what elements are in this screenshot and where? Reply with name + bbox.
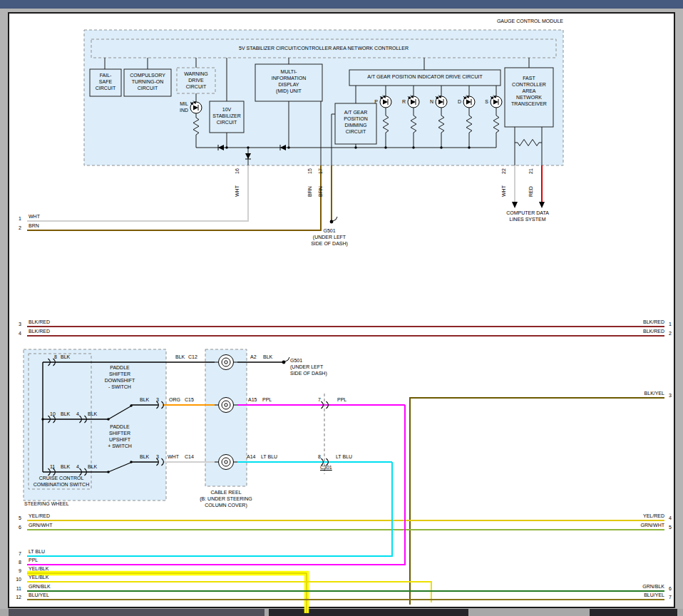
compulsory-label: COMPULSORY TURNING-ON CIRCUIT: [124, 72, 171, 91]
wire-label-blk: BLK: [175, 354, 185, 360]
wire-label-blk: BLK: [61, 354, 70, 360]
pin-4-label: 4: [76, 411, 79, 417]
paddle-up-line: + SWITCH: [98, 443, 141, 449]
pin-21: 21: [528, 168, 534, 174]
pin-3-label: 3: [156, 397, 159, 403]
warning-drive-label: WARNING DRIVE CIRCUIT: [177, 71, 215, 90]
mid-line: MULTI-: [255, 68, 322, 75]
module-pin-wires: [27, 165, 545, 230]
pin-17: 17: [318, 168, 324, 174]
fail-safe-line: FAIL-: [90, 72, 121, 78]
cable-reel-line: COLUMN COVER): [197, 502, 255, 508]
computer-data-line: COMPUTER DATA: [492, 210, 563, 216]
right-row-wire-label: BLK/RED: [599, 319, 664, 325]
left-row-number: 4: [13, 331, 21, 337]
gear-letter-s: S: [481, 99, 488, 105]
pin-16-wire-label: WHT: [235, 185, 240, 197]
right-row-wire-label: GRN/BLK: [599, 584, 664, 590]
left-row-number: 1: [13, 216, 21, 222]
mil-line: IND: [175, 107, 192, 113]
left-row-wire-label: YEL/RED: [29, 513, 50, 519]
g501-line: G501: [299, 227, 360, 234]
compulsory-line: CIRCUIT: [124, 85, 171, 91]
at-dimming-line: A/T GEAR: [335, 109, 376, 115]
ground-g501-mid: [282, 357, 289, 364]
gear-letter-r: R: [399, 99, 406, 105]
at-dimming-line: DIMMING: [335, 122, 376, 128]
can-controller-label: 5V STABILIZER CIRCUIT/CONTROLLER AREA NE…: [91, 46, 556, 51]
wire-label-ppl: PPL: [262, 397, 272, 403]
wire-label-blk: BLK: [140, 397, 149, 403]
computer-data-line: LINES SYSTEM: [492, 216, 563, 222]
gear-letter-d: D: [454, 99, 461, 105]
fast-can-line: AREA: [505, 88, 553, 94]
left-row-wire-label: LT BLU: [29, 549, 45, 555]
paddle-down-line: SHIFTER: [98, 371, 141, 377]
left-row-number: 11: [13, 586, 21, 592]
stabilizer-10v-label: 10V STABILIZER CIRCUIT: [210, 106, 244, 125]
mil-ind-label: MIL IND: [175, 101, 192, 113]
mid-line: INFORMATION: [255, 75, 322, 81]
cable-reel-label: CABLE REEL (B: UNDER STEERING COLUMN COV…: [197, 489, 255, 508]
left-row-wire-label: PPL: [29, 558, 38, 563]
left-row-number: 5: [13, 515, 21, 521]
left-row-wire-label: BRN: [29, 223, 39, 229]
right-row-number: 3: [669, 393, 672, 399]
wire-label-blk: BLK: [88, 411, 97, 417]
left-row-wire-label: GRN/BLK: [29, 584, 51, 590]
left-row-number: 3: [13, 322, 21, 327]
left-row-wire-label: BLK/RED: [29, 319, 50, 325]
right-row-number: 5: [669, 525, 672, 530]
left-row-wire-label: YEL/BLK: [29, 575, 48, 580]
connector-label-c301: C301: [320, 465, 332, 471]
right-row-number: 2: [669, 331, 672, 337]
fast-can-label: FAST CONTROLLER AREA NETWORK TRANSCEIVER: [505, 75, 553, 107]
wire-label-wht: WHT: [168, 454, 179, 460]
pin-8-c301-label: 8: [318, 454, 321, 460]
right-row-number: 4: [669, 515, 672, 521]
pin-10-label: 10: [50, 411, 56, 417]
pin-16: 16: [235, 168, 240, 174]
g501-top-label: G501 (UNDER LEFT SIDE OF DASH): [299, 227, 360, 247]
left-row-number: 12: [13, 595, 21, 600]
right-row-number: 1: [669, 322, 672, 327]
left-row-number: 10: [13, 577, 21, 582]
pin-22: 22: [501, 168, 507, 174]
left-row-wire-label: BLU/YEL: [29, 592, 49, 598]
paddle-up-line: UPSHIFT: [98, 436, 141, 443]
left-row-wire-label: GRN/WHT: [29, 523, 52, 528]
pin-7-label: 7: [318, 397, 321, 403]
g501-line: (UNDER LEFT: [299, 234, 360, 240]
right-row-wire-label: BLK/YEL: [599, 391, 664, 396]
steering-wheel-label: STEERING WHEEL: [24, 501, 69, 507]
connector-label-a2: A2: [250, 354, 257, 360]
left-row-number: 9: [13, 568, 21, 574]
pin-11-label: 11: [50, 464, 55, 470]
cruise-line: CRUISE CONTROL: [30, 475, 93, 481]
left-row-number: 2: [13, 225, 21, 231]
mid-line: DISPLAY: [255, 81, 322, 88]
at-dimming-label: A/T GEAR POSITION DIMMING CIRCUIT: [335, 109, 376, 135]
stab10v-line: STABILIZER: [210, 113, 244, 119]
fail-safe-line: CIRCUIT: [90, 85, 121, 91]
mid-line: (MID) UNIT: [255, 88, 322, 94]
paddle-downshift-label: PADDLE SHIFTER DOWNSHIFT - SWITCH: [98, 364, 141, 390]
wire-label-lt-blu: LT BLU: [261, 454, 277, 460]
mil-line: MIL: [175, 101, 192, 107]
g501-line: SIDE OF DASH): [290, 370, 340, 376]
fast-can-line: CONTROLLER: [505, 81, 553, 88]
left-row-wire-label: BLK/RED: [29, 329, 50, 334]
at-indicator-label: A/T GEAR POSITION INDICATOR DRIVE CIRCUI…: [349, 74, 500, 80]
g501-line: G501: [290, 357, 340, 364]
wiring-diagram-canvas: [0, 0, 683, 616]
g501-mid-label: G501 (UNDER LEFT SIDE OF DASH): [290, 357, 340, 376]
wire-label-blk: BLK: [61, 464, 70, 470]
compulsory-line: TURNING-ON: [124, 78, 171, 85]
module-title: GAUGE CONTROL MODULE: [435, 19, 563, 24]
fail-safe-label: FAIL- SAFE CIRCUIT: [90, 72, 121, 91]
g501-line: SIDE OF DASH): [299, 240, 360, 247]
cable-reel-line: CABLE REEL: [197, 489, 255, 496]
gear-letter-p: P: [371, 99, 378, 105]
at-dimming-line: POSITION: [335, 115, 376, 122]
connector-label-a15: A15: [248, 397, 257, 403]
